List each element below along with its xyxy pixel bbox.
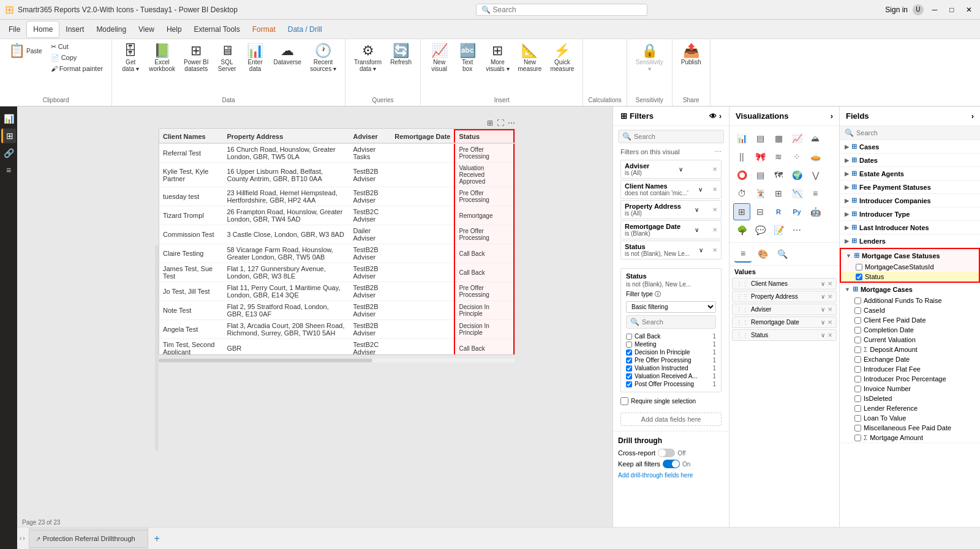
add-data-fields-button[interactable]: Add data fields here — [620, 413, 722, 426]
tab-scroll-left[interactable]: ‹ — [20, 535, 21, 542]
filter-item[interactable]: Property Address is (All) ∨ ✕ — [620, 200, 722, 219]
filter-item-remove-icon[interactable]: ✕ — [712, 226, 717, 233]
ai-visual-icon[interactable]: 🤖 — [807, 203, 824, 220]
fields-item[interactable]: Lender Reference — [840, 403, 980, 413]
status-search-input[interactable] — [642, 318, 712, 326]
filter-item-expand-icon[interactable]: ∨ — [679, 166, 683, 173]
filter-item[interactable]: Status is not (Blank), New Le... ∨ ✕ — [620, 241, 722, 260]
new-visual-button[interactable]: 📈 Newvisual — [426, 42, 453, 75]
fields-item-checkbox[interactable] — [854, 317, 861, 324]
filter-icon[interactable]: ⊞ — [487, 119, 493, 127]
report-view-icon[interactable]: 📊 — [1, 111, 16, 126]
fields-item-checkbox[interactable] — [854, 376, 861, 383]
fields-item[interactable]: Current Valuation — [840, 335, 980, 345]
field-chevron-icon[interactable]: ∨ — [821, 332, 825, 338]
status-filter-checkbox[interactable] — [626, 342, 632, 348]
bar-chart-icon[interactable]: 📊 — [733, 130, 750, 147]
area-chart-icon[interactable]: ⛰ — [807, 130, 824, 147]
enter-data-button[interactable]: 📊 Enterdata — [242, 42, 269, 75]
viz-expand-icon[interactable]: › — [831, 111, 833, 121]
filter-item-remove-icon[interactable]: ✕ — [712, 247, 717, 253]
filter-item-remove-icon[interactable]: ✕ — [712, 186, 717, 193]
matrix-icon[interactable]: ⊟ — [752, 203, 769, 220]
waterfall-icon[interactable]: ≋ — [770, 148, 787, 165]
decomp-tree-icon[interactable]: 🌳 — [733, 222, 750, 239]
viz-field-item[interactable]: ⋮⋮ Property Address ∨ ✕ — [732, 291, 837, 302]
fields-item-checkbox[interactable] — [854, 346, 861, 353]
status-filter-checkbox[interactable] — [626, 381, 632, 387]
field-remove-icon[interactable]: ✕ — [827, 280, 832, 287]
publish-button[interactable]: 📤 Publish — [677, 42, 705, 68]
field-remove-icon[interactable]: ✕ — [827, 319, 832, 326]
treemap-icon[interactable]: ▤ — [752, 166, 769, 184]
fields-item-checkbox[interactable] — [854, 356, 861, 363]
ribbon-chart-icon[interactable]: 🎀 — [752, 148, 769, 165]
fields-item[interactable]: ΣDeposit Amount — [840, 345, 980, 354]
filter-expand-icon[interactable]: › — [719, 112, 722, 121]
format-tab[interactable]: 🎨 — [754, 245, 771, 263]
fields-group-header[interactable]: ▼ ⊞ Mortgage Cases — [840, 283, 980, 296]
close-button[interactable]: ✕ — [963, 4, 975, 16]
status-filter-checkbox[interactable] — [626, 365, 632, 372]
fields-group-header[interactable]: ▶ ⊞ Lenders — [840, 234, 980, 247]
fields-item[interactable]: IsDeleted — [840, 394, 980, 403]
require-single-checkbox[interactable] — [620, 397, 628, 405]
fields-group-header[interactable]: ▶ ⊞ Fee Payment Statuses — [840, 181, 980, 193]
fields-item-checkbox[interactable] — [854, 307, 861, 314]
fields-item[interactable]: Miscellaneous Fee Paid Date — [840, 423, 980, 433]
filter-item[interactable]: Adviser is (All) ∨ ✕ — [620, 160, 722, 179]
copy-button[interactable]: 📄 Copy — [47, 53, 107, 63]
menu-view[interactable]: View — [132, 21, 160, 38]
fields-item-checkbox[interactable] — [854, 297, 861, 304]
field-chevron-icon[interactable]: ∨ — [821, 319, 825, 326]
status-filter-item[interactable]: Valuation Received A...1 — [626, 372, 716, 380]
viz-field-item[interactable]: ⋮⋮ Adviser ∨ ✕ — [732, 304, 837, 315]
field-chevron-icon[interactable]: ∨ — [821, 280, 825, 287]
filter-item-expand-icon[interactable]: ∨ — [699, 247, 703, 253]
fields-item-checkbox[interactable] — [854, 415, 861, 422]
fields-item[interactable]: Additional Funds To Raise — [840, 296, 980, 305]
r-visual-icon[interactable]: R — [770, 203, 787, 220]
fields-group-header[interactable]: ▼ ⊞ Mortgage Case Statuses — [841, 249, 979, 262]
kpi-icon[interactable]: 📉 — [788, 185, 805, 202]
filter-item[interactable]: Remortgage Date is (Blank) ∨ ✕ — [620, 220, 722, 239]
filter-item-expand-icon[interactable]: ∨ — [698, 186, 703, 193]
tab-scroll-right[interactable]: › — [23, 535, 24, 542]
fields-item[interactable]: Client Fee Paid Date — [840, 315, 980, 325]
fields-item-checkbox[interactable] — [856, 264, 862, 271]
fields-item[interactable]: Completion Date — [840, 325, 980, 335]
menu-home[interactable]: Home — [26, 21, 59, 38]
data-view-icon[interactable]: ⊞ — [1, 129, 16, 143]
filter-item-expand-icon[interactable]: ∨ — [695, 206, 699, 213]
field-remove-icon[interactable]: ✕ — [827, 293, 832, 300]
minimize-button[interactable]: ─ — [929, 4, 941, 16]
tab-protection-introducer-drillthrough[interactable]: ↗Protection Introducer Drillthrough — [29, 527, 148, 530]
status-filter-item[interactable]: Call Back1 — [626, 332, 716, 340]
keep-filters-toggle[interactable] — [663, 460, 680, 468]
excel-workbook-button[interactable]: 📗 Excelworkbook — [145, 42, 179, 75]
filter-eye-icon[interactable]: 👁 — [709, 112, 717, 121]
fields-item-checkbox[interactable] — [854, 366, 861, 373]
viz-field-item[interactable]: ⋮⋮ Client Names ∨ ✕ — [732, 278, 837, 289]
filter-item-expand-icon[interactable]: ∨ — [695, 226, 699, 233]
add-drill-through-button[interactable]: Add drill-through fields here — [618, 471, 724, 480]
fields-item-checkbox[interactable] — [854, 395, 861, 402]
model-view-icon[interactable]: 🔗 — [1, 146, 16, 160]
fields-item[interactable]: Loan To Value — [840, 413, 980, 423]
status-filter-item[interactable]: Decision In Principle1 — [626, 348, 716, 356]
menu-file[interactable]: File — [2, 21, 26, 38]
more-filters-icon[interactable]: ⋯ — [715, 148, 722, 156]
fields-item[interactable]: Status — [841, 272, 979, 282]
smart-narrative-icon[interactable]: 📝 — [770, 222, 787, 239]
status-filter-checkbox[interactable] — [626, 373, 632, 379]
filter-item[interactable]: Client Names does not contain 'mic...' ∨… — [620, 180, 722, 199]
fields-item-checkbox[interactable] — [854, 435, 861, 441]
fields-item-checkbox[interactable] — [854, 386, 861, 392]
viz-field-item[interactable]: ⋮⋮ Status ∨ ✕ — [732, 329, 837, 341]
donut-icon[interactable]: ⭕ — [733, 166, 750, 184]
filter-type-select[interactable]: Basic filtering — [626, 301, 716, 313]
fields-group-header[interactable]: ▶ ⊞ Last Introducer Notes — [840, 221, 980, 234]
add-tab-button[interactable]: + — [149, 531, 164, 546]
filled-map-icon[interactable]: 🌍 — [788, 166, 805, 184]
fields-group-header[interactable]: ▶ ⊞ Introducer Type — [840, 207, 980, 220]
